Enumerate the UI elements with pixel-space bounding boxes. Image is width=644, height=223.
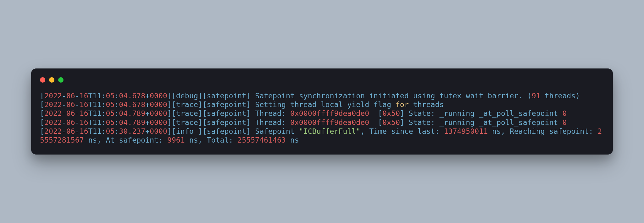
log-line: [2022-06-16T11:05:04.789+0000][trace][sa… [40, 118, 567, 127]
log-output: [2022-06-16T11:05:04.678+0000][debug][sa… [40, 91, 604, 145]
log-line: [2022-06-16T11:05:04.678+0000][debug][sa… [40, 91, 580, 100]
minimize-icon[interactable] [49, 77, 54, 83]
window-controls [40, 77, 604, 83]
log-line: [2022-06-16T11:05:30.237+0000][info ][sa… [40, 127, 602, 144]
close-icon[interactable] [40, 77, 45, 83]
zoom-icon[interactable] [58, 77, 64, 83]
terminal-window: [2022-06-16T11:05:04.678+0000][debug][sa… [31, 68, 613, 155]
log-line: [2022-06-16T11:05:04.789+0000][trace][sa… [40, 109, 567, 117]
log-line: [2022-06-16T11:05:04.678+0000][trace][sa… [40, 100, 444, 109]
